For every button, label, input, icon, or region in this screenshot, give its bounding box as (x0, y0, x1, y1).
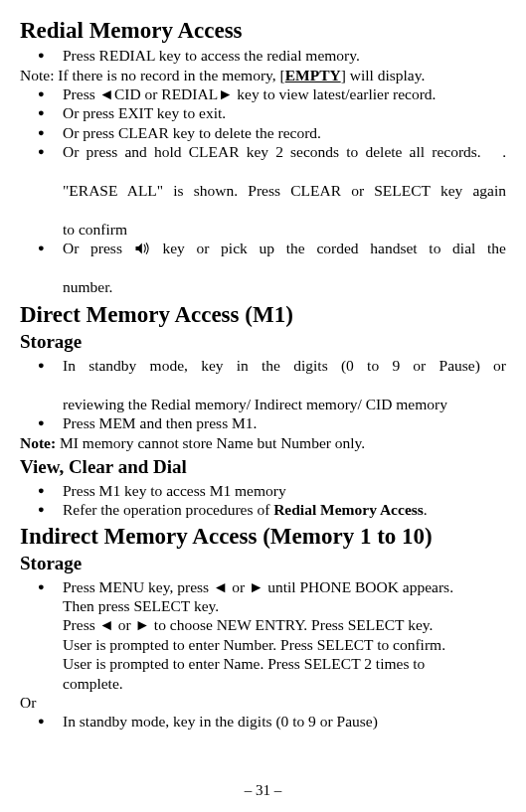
list-indirect: Press MENU key, press ◄ or ► until PHONE… (20, 577, 506, 596)
note-mi-memory: Note: MI memory cannot store Name but Nu… (20, 433, 506, 452)
note-line: Note: If there is no record in the memor… (20, 66, 506, 84)
storage-line1: In standby mode, key in the digits (0 to… (63, 356, 506, 395)
list-item: Press ◄CID or REDIAL► key to view latest… (63, 84, 506, 103)
continuation-block: Then press SELECT key. Press ◄ or ► to c… (63, 596, 506, 693)
li-line1-end: . (502, 143, 506, 160)
note-text-pre: Note: If there is no record in the memor… (20, 67, 285, 83)
list-item: Press MENU key, press ◄ or ► until PHONE… (63, 577, 506, 596)
page-number: – 31 – (0, 781, 526, 800)
list-item: Refer the operation procedures of Redial… (63, 500, 506, 519)
list-item: Or press and hold CLEAR key 2 seconds to… (63, 142, 506, 239)
view-post: . (424, 501, 428, 518)
list-redial-2: Press ◄CID or REDIAL► key to view latest… (20, 84, 506, 296)
list-item: Or press CLEAR key to delete the record. (63, 123, 506, 142)
speaker-pre: Or press (63, 240, 122, 256)
speaker-line2: number. (63, 277, 506, 296)
note-text-post: ] will display. (341, 67, 426, 83)
list-item: Press M1 key to access M1 memory (63, 481, 506, 500)
storage-line2: reviewing the Redial memory/ Indirect me… (63, 395, 506, 413)
list-item: Press REDIAL key to access the redial me… (63, 46, 506, 65)
cont-line: Then press SELECT key. (63, 596, 506, 615)
speaker-icon (134, 240, 163, 256)
view-bold: Redial Memory Access (273, 501, 424, 518)
heading-direct-memory-access: Direct Memory Access (M1) (20, 302, 506, 327)
cont-line: complete. (63, 674, 506, 693)
cont-line: User is prompted to enter Name. Press SE… (63, 654, 506, 673)
subheading-storage: Storage (20, 330, 506, 354)
speaker-post: key or pick up the corded handset to dia… (162, 240, 506, 256)
subheading-storage-2: Storage (20, 552, 506, 575)
heading-indirect-memory-access: Indirect Memory Access (Memory 1 to 10) (20, 524, 506, 549)
list-item: Press MEM and then press M1. (63, 413, 506, 432)
note-label: Note: (20, 434, 56, 451)
cont-line: Press ◄ or ► to choose NEW ENTRY. Press … (63, 615, 506, 634)
list-item: Or press EXIT key to exit. (63, 103, 506, 122)
heading-redial-memory-access: Redial Memory Access (20, 18, 506, 43)
view-pre: Refer the operation procedures of (63, 501, 273, 518)
or-text: Or (20, 693, 506, 712)
list-view: Press M1 key to access M1 memory Refer t… (20, 481, 506, 520)
cont-line: User is prompted to enter Number. Press … (63, 635, 506, 654)
note-empty-bold: EMPTY (285, 67, 341, 83)
li-line1: Or press and hold CLEAR key 2 seconds to… (63, 143, 481, 160)
li-line3: to confirm (63, 220, 506, 239)
list-redial: Press REDIAL key to access the redial me… (20, 46, 506, 65)
list-item: Or press key or pick up the corded hands… (63, 239, 506, 296)
note-text: MI memory cannot store Name but Number o… (56, 434, 365, 451)
list-indirect-2: In standby mode, key in the digits (0 to… (20, 712, 506, 731)
list-item: In standby mode, key in the digits (0 to… (63, 712, 506, 731)
li-line2: "ERASE ALL" is shown. Press CLEAR or SEL… (63, 181, 506, 220)
list-item: In standby mode, key in the digits (0 to… (63, 356, 506, 413)
list-storage: In standby mode, key in the digits (0 to… (20, 356, 506, 433)
subheading-view-clear-dial: View, Clear and Dial (20, 455, 506, 479)
